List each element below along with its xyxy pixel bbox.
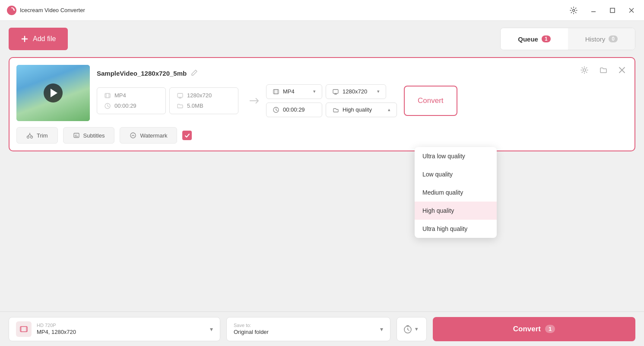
titlebar: Icecream Video Converter — [0, 0, 644, 21]
subtitles-label: Subtitles — [83, 132, 105, 139]
saveto-chevron: ▾ — [380, 326, 383, 333]
quality-option-medium[interactable]: Medium quality — [415, 183, 497, 202]
source-resolution: 1280x720 — [187, 92, 212, 99]
timer-chevron: ▾ — [415, 326, 418, 332]
history-tab[interactable]: History 0 — [568, 28, 635, 50]
output-row2: 00:00:29 High quality ▴ — [266, 103, 397, 117]
preset-text: HD 720P MP4, 1280x720 — [37, 323, 205, 335]
source-size-row: 5.0MB — [177, 103, 231, 109]
maximize-button[interactable] — [607, 6, 618, 15]
film-icon — [104, 92, 111, 99]
quality-option-ultra-high[interactable]: Ultra high quality — [415, 220, 497, 238]
quality-ultra-high-label: Ultra high quality — [422, 225, 467, 232]
saveto-label: Save to: — [234, 323, 375, 328]
monitor-icon-output — [332, 88, 339, 95]
toolbar: Add file Queue 1 History 0 — [9, 28, 635, 50]
svg-point-7 — [583, 69, 586, 71]
footer-convert-button[interactable]: Convert 1 — [433, 317, 635, 341]
history-badge: 0 — [609, 35, 618, 42]
footer-convert-label: Convert — [513, 325, 541, 333]
output-resolution-dropdown[interactable]: 1280x720 ▾ — [326, 84, 386, 99]
video-thumbnail — [16, 65, 90, 121]
output-quality-dropdown[interactable]: High quality ▴ — [326, 103, 397, 117]
watermark-button[interactable]: Watermark — [120, 127, 177, 144]
svg-point-34 — [31, 136, 33, 138]
output-format-value: MP4 — [283, 88, 295, 95]
svg-rect-2 — [610, 8, 615, 13]
play-button[interactable] — [44, 83, 63, 103]
video-name-row: SampleVideo_1280x720_5mb — [97, 69, 628, 77]
svg-rect-10 — [105, 93, 110, 98]
svg-line-36 — [30, 134, 32, 136]
meta-row: MP4 00:00:29 — [97, 84, 628, 117]
quality-low-label: Low quality — [422, 171, 453, 178]
edit-icon[interactable] — [191, 69, 198, 77]
card-convert-button[interactable]: Convert — [404, 86, 457, 116]
card-convert-label: Convert — [418, 96, 444, 105]
monitor-icon — [177, 92, 184, 99]
card-settings-button[interactable] — [578, 64, 590, 78]
add-file-button[interactable]: Add file — [9, 28, 68, 50]
settings-button[interactable] — [567, 5, 580, 16]
arrow-divider — [249, 96, 261, 105]
footer-timer[interactable]: ▾ — [397, 317, 427, 341]
source-size: 5.0MB — [187, 103, 203, 109]
svg-rect-24 — [273, 90, 279, 94]
source-meta2: 1280x720 5.0MB — [169, 87, 238, 114]
card-close-button[interactable] — [616, 64, 628, 78]
subtitles-button[interactable]: CC Subtitles — [63, 127, 115, 144]
watermark-icon — [130, 132, 136, 139]
quality-ultra-low-label: Ultra low quality — [422, 153, 465, 160]
film-icon-output — [273, 88, 279, 95]
footer-preset-selector[interactable]: HD 720P MP4, 1280x720 ▾ — [9, 317, 220, 341]
quality-dropdown: Ultra low quality Low quality Medium qua… — [415, 147, 497, 238]
svg-point-33 — [27, 136, 29, 138]
source-format-row: MP4 — [104, 92, 159, 99]
source-format: MP4 — [114, 92, 126, 99]
quality-icon — [332, 106, 339, 113]
subtitles-icon: CC — [73, 132, 80, 139]
saveto-value: Original folder — [234, 329, 375, 335]
svg-text:CC: CC — [75, 134, 78, 136]
quality-medium-label: Medium quality — [422, 189, 463, 196]
quality-high-label: High quality — [422, 207, 454, 214]
close-button[interactable] — [626, 6, 637, 15]
quality-option-ultra-low[interactable]: Ultra low quality — [415, 147, 497, 165]
output-settings: MP4 ▾ 1280x720 ▾ — [266, 84, 397, 117]
tab-group: Queue 1 History 0 — [500, 28, 635, 50]
minimize-button[interactable] — [588, 6, 599, 15]
svg-line-19 — [108, 106, 109, 107]
card-bottom: Trim CC Subtitles Watermark — [16, 127, 628, 144]
folder-icon — [177, 103, 184, 109]
svg-line-35 — [28, 134, 30, 136]
history-tab-label: History — [585, 35, 606, 43]
quality-option-low[interactable]: Low quality — [415, 165, 497, 183]
saveto-text: Save to: Original folder — [234, 323, 375, 335]
trim-label: Trim — [37, 132, 48, 139]
add-file-label: Add file — [33, 35, 56, 43]
source-duration: 00:00:29 — [114, 103, 136, 109]
source-resolution-row: 1280x720 — [177, 92, 231, 99]
preset-icon — [16, 321, 32, 337]
output-row1: MP4 ▾ 1280x720 ▾ — [266, 84, 397, 99]
trim-button[interactable]: Trim — [16, 127, 58, 144]
quality-option-high[interactable]: High quality — [415, 202, 497, 220]
trim-icon — [26, 132, 33, 139]
card-folder-button[interactable] — [597, 64, 609, 78]
titlebar-left: Icecream Video Converter — [7, 6, 85, 15]
footer: HD 720P MP4, 1280x720 ▾ Save to: Origina… — [0, 311, 644, 346]
main-area: Add file Queue 1 History 0 — [0, 21, 644, 311]
checkbox-checked[interactable] — [182, 131, 192, 140]
preset-value: MP4, 1280x720 — [37, 329, 205, 335]
footer-saveto-selector[interactable]: Save to: Original folder ▾ — [226, 317, 390, 341]
output-format-dropdown[interactable]: MP4 ▾ — [266, 84, 322, 99]
output-duration-value: 00:00:29 — [283, 106, 305, 113]
source-duration-row: 00:00:29 — [104, 103, 159, 109]
svg-rect-20 — [178, 93, 183, 97]
output-resolution-value: 1280x720 — [343, 88, 367, 95]
video-card: SampleVideo_1280x720_5mb — [9, 57, 635, 151]
quality-chevron: ▴ — [388, 107, 390, 112]
queue-tab[interactable]: Queue 1 — [501, 28, 568, 50]
app-icon — [7, 6, 16, 15]
svg-line-48 — [408, 330, 409, 330]
